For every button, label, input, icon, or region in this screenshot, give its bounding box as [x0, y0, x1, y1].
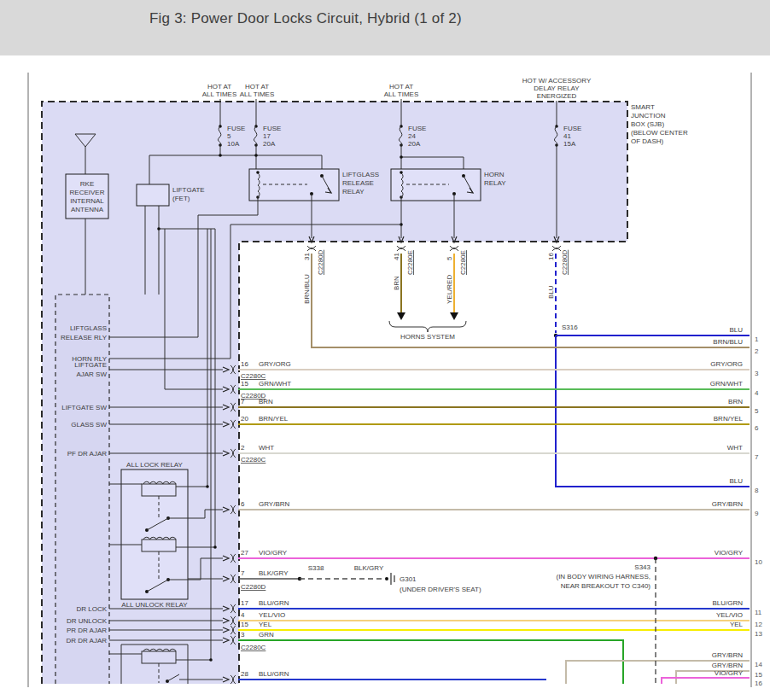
svg-text:7: 7 — [241, 569, 245, 577]
drop-pin31: 31 C2280D BRN/BLU — [303, 246, 324, 304]
svg-text:(BELOW CENTER: (BELOW CENTER — [631, 129, 688, 137]
svg-text:BRN: BRN — [393, 276, 400, 290]
svg-text:7: 7 — [241, 398, 245, 405]
svg-text:C2280D: C2280D — [317, 249, 324, 275]
svg-text:INTERNAL: INTERNAL — [70, 197, 104, 205]
svg-text:(UNDER DRIVER'S SEAT): (UNDER DRIVER'S SEAT) — [400, 586, 481, 593]
svg-text:JUNCTION: JUNCTION — [631, 112, 666, 120]
svg-text:BLU/GRN: BLU/GRN — [259, 670, 289, 678]
svg-text:WHT: WHT — [727, 444, 743, 452]
svg-text:15: 15 — [755, 671, 762, 679]
g301-label: G301 — [400, 575, 417, 583]
svg-text:17: 17 — [241, 599, 248, 607]
svg-text:7: 7 — [755, 453, 759, 461]
svg-text:28: 28 — [241, 670, 248, 678]
svg-text:S343: S343 — [634, 563, 650, 571]
svg-text:HOT AT: HOT AT — [389, 83, 413, 90]
svg-text:RELEASE: RELEASE — [342, 179, 374, 187]
svg-text:20A: 20A — [263, 140, 276, 148]
svg-text:GRY/BRN: GRY/BRN — [259, 500, 290, 508]
svg-text:GRN/WHT: GRN/WHT — [710, 380, 743, 388]
svg-text:RELAY: RELAY — [342, 188, 365, 195]
wire-8-blu — [556, 335, 750, 487]
svg-text:HOT AT: HOT AT — [245, 83, 269, 90]
svg-text:GRN: GRN — [259, 631, 274, 639]
svg-text:(IN BODY WIRING HARNESS,: (IN BODY WIRING HARNESS, — [556, 573, 650, 580]
svg-text:C2280C: C2280C — [241, 644, 266, 651]
right-pin-labels: BLU1 BRN/BLU2 GRY/ORG3 GRN/WHT4 BRN5 BRN… — [710, 326, 763, 687]
svg-text:10: 10 — [755, 558, 762, 566]
svg-text:24: 24 — [408, 132, 416, 140]
svg-text:16: 16 — [547, 253, 555, 260]
svg-text:BLU: BLU — [547, 285, 555, 299]
svg-text:DR UNLOCK: DR UNLOCK — [67, 617, 108, 625]
svg-text:14: 14 — [755, 661, 762, 668]
svg-text:ALL LOCK RELAY: ALL LOCK RELAY — [126, 461, 183, 469]
svg-text:6: 6 — [755, 424, 759, 432]
svg-text:LIFTGATE: LIFTGATE — [172, 186, 205, 194]
svg-text:VIO/GRY: VIO/GRY — [259, 549, 288, 557]
drop-pin41: 41 C2280E BRN — [393, 246, 414, 320]
splice-s338-label: S338 — [308, 564, 324, 572]
svg-text:YEL/RED: YEL/RED — [446, 275, 453, 304]
svg-text:BLU: BLU — [729, 326, 743, 334]
svg-text:HOT AT: HOT AT — [207, 83, 231, 90]
svg-text:15A: 15A — [563, 140, 576, 148]
svg-text:FUSE: FUSE — [408, 125, 426, 132]
sjb-label: SMART JUNCTION BOX (SJB) (BELOW CENTER O… — [631, 103, 688, 145]
svg-text:RECEIVER: RECEIVER — [70, 189, 105, 196]
svg-text:OF DASH): OF DASH) — [631, 137, 664, 145]
svg-text:C2280C: C2280C — [241, 372, 266, 380]
svg-text:BLU/GRN: BLU/GRN — [259, 599, 289, 607]
svg-text:3: 3 — [241, 631, 245, 639]
svg-text:41: 41 — [393, 253, 400, 260]
svg-text:YEL/VIO: YEL/VIO — [716, 611, 743, 619]
svg-text:BRN: BRN — [728, 398, 743, 405]
svg-text:BRN: BRN — [259, 398, 273, 405]
svg-text:ENERGIZED: ENERGIZED — [537, 92, 577, 100]
svg-text:BRN/BLU: BRN/BLU — [713, 338, 743, 346]
svg-text:GRN/WHT: GRN/WHT — [259, 380, 291, 388]
svg-text:VIO/GRY: VIO/GRY — [715, 669, 744, 677]
svg-text:AJAR SW: AJAR SW — [76, 370, 107, 378]
svg-text:LIFTGATE SW: LIFTGATE SW — [61, 404, 107, 411]
svg-text:17: 17 — [263, 132, 271, 140]
drop-pin5: 5 C2280E YEL/RED — [446, 246, 467, 320]
svg-text:BRN/BLU: BRN/BLU — [303, 274, 311, 304]
svg-text:DELAY RELAY: DELAY RELAY — [534, 85, 580, 92]
svg-text:GRY/ORG: GRY/ORG — [259, 360, 291, 368]
svg-text:GLASS SW: GLASS SW — [71, 421, 107, 429]
figure-title-bar: Fig 3: Power Door Locks Circuit, Hybrid … — [0, 0, 770, 55]
svg-text:20: 20 — [241, 415, 248, 423]
svg-text:GRY/BRN: GRY/BRN — [712, 662, 744, 669]
svg-text:NEAR BREAKOUT TO C340): NEAR BREAKOUT TO C340) — [561, 582, 651, 590]
svg-text:9: 9 — [755, 510, 759, 517]
svg-text:(FET): (FET) — [172, 195, 190, 202]
figure-title: Fig 3: Power Door Locks Circuit, Hybrid … — [149, 10, 462, 26]
svg-text:BRN/YEL: BRN/YEL — [714, 415, 744, 423]
svg-text:HORNS SYSTEM: HORNS SYSTEM — [400, 333, 455, 341]
svg-text:ALL TIMES: ALL TIMES — [240, 90, 274, 98]
svg-text:16: 16 — [755, 680, 762, 687]
svg-text:11: 11 — [755, 609, 762, 616]
svg-text:BLK/GRY: BLK/GRY — [354, 564, 384, 572]
svg-text:PR DR AJAR: PR DR AJAR — [67, 627, 107, 634]
svg-text:FUSE: FUSE — [227, 125, 245, 132]
svg-text:YEL/VIO: YEL/VIO — [259, 611, 285, 619]
svg-text:C2280D: C2280D — [561, 249, 569, 275]
svg-text:12: 12 — [755, 621, 762, 628]
left-module-region — [55, 295, 109, 684]
wire-2-brnblu — [312, 254, 750, 347]
svg-text:BLK/GRY: BLK/GRY — [259, 569, 289, 577]
svg-text:RELEASE RLY: RELEASE RLY — [61, 334, 108, 341]
svg-text:HORN: HORN — [484, 171, 505, 178]
svg-text:C2280E: C2280E — [406, 250, 414, 275]
svg-text:ANTENNA: ANTENNA — [71, 206, 104, 213]
svg-text:5: 5 — [755, 407, 759, 415]
svg-text:RELAY: RELAY — [484, 179, 506, 187]
svg-text:13: 13 — [755, 630, 762, 638]
svg-text:27: 27 — [241, 549, 248, 557]
svg-text:41: 41 — [563, 132, 571, 140]
svg-text:C2280D: C2280D — [241, 583, 266, 591]
svg-text:FUSE: FUSE — [563, 125, 581, 132]
